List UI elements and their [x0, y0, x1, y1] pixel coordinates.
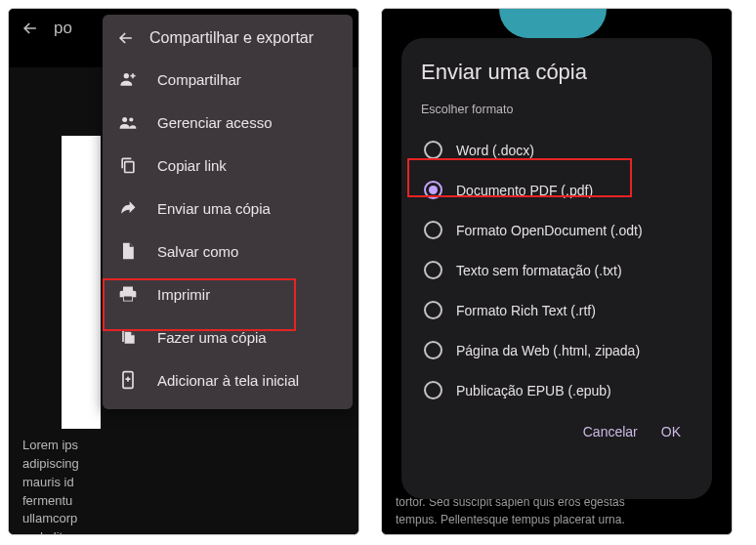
menu-item-send-copy[interactable]: Enviar uma cópia	[103, 187, 353, 230]
print-icon	[118, 284, 140, 304]
menu-item-label: Compartilhar	[157, 71, 241, 88]
menu-header: Compartilhar e exportar	[103, 22, 353, 58]
radio-label: Formato Rich Text (.rtf)	[456, 303, 596, 318]
dialog-actions: Cancelar OK	[421, 410, 693, 443]
file-copy-icon	[118, 327, 140, 347]
radio-option-rtf[interactable]: Formato Rich Text (.rtf)	[421, 290, 693, 330]
radio-option-epub[interactable]: Publicação EPUB (.epub)	[421, 370, 693, 410]
menu-item-share[interactable]: Compartilhar	[103, 58, 353, 101]
document-lorem-text: tortor. Sed suscipit sapien quis eros eg…	[396, 494, 718, 528]
radio-label: Formato OpenDocument (.odt)	[456, 223, 643, 238]
svg-rect-3	[125, 162, 134, 173]
ok-button[interactable]: OK	[661, 424, 681, 440]
menu-back-icon[interactable]	[116, 28, 136, 48]
menu-item-label: Gerenciar acesso	[157, 114, 273, 131]
copy-icon	[118, 155, 140, 175]
svg-point-1	[122, 117, 127, 122]
radio-icon	[424, 341, 442, 359]
phone-right-screenshot: tortor. Sed suscipit sapien quis eros eg…	[381, 8, 733, 535]
radio-label: Documento PDF (.pdf)	[456, 183, 593, 198]
send-icon	[118, 198, 140, 218]
menu-item-label: Enviar uma cópia	[157, 200, 271, 217]
menu-item-print[interactable]: Imprimir	[103, 272, 353, 315]
radio-icon	[424, 261, 442, 279]
radio-icon	[424, 181, 442, 199]
svg-point-0	[124, 73, 129, 78]
menu-item-make-copy[interactable]: Fazer uma cópia	[103, 315, 353, 358]
radio-icon	[424, 141, 442, 159]
svg-rect-4	[124, 297, 132, 301]
menu-item-label: Fazer uma cópia	[157, 329, 267, 346]
send-copy-dialog: Enviar uma cópia Escolher formato Word (…	[401, 38, 712, 499]
group-icon	[118, 112, 140, 132]
person-add-icon	[118, 69, 140, 89]
back-icon[interactable]	[21, 19, 40, 38]
document-page-fragment	[62, 136, 101, 429]
radio-option-pdf[interactable]: Documento PDF (.pdf)	[421, 170, 693, 210]
menu-title: Compartilhar e exportar	[149, 28, 314, 47]
menu-item-copy-link[interactable]: Copiar link	[103, 144, 353, 187]
menu-item-label: Imprimir	[157, 286, 210, 303]
cancel-button[interactable]: Cancelar	[583, 424, 638, 440]
menu-item-manage-access[interactable]: Gerenciar acesso	[103, 101, 353, 144]
share-export-menu: Compartilhar e exportar Compartilhar Ger…	[103, 15, 353, 409]
radio-label: Word (.docx)	[456, 143, 534, 158]
radio-icon	[424, 301, 442, 319]
radio-option-txt[interactable]: Texto sem formatação (.txt)	[421, 250, 693, 290]
phone-left-screenshot: po Lorem ips adipiscing mauris id fermen…	[8, 8, 359, 535]
radio-label: Texto sem formatação (.txt)	[456, 263, 622, 278]
radio-icon	[424, 381, 442, 399]
menu-item-add-to-home[interactable]: Adicionar à tela inicial	[103, 358, 353, 401]
dialog-subtitle: Escolher formato	[421, 103, 693, 116]
dialog-title: Enviar uma cópia	[421, 60, 693, 85]
radio-icon	[424, 221, 442, 239]
radio-option-odt[interactable]: Formato OpenDocument (.odt)	[421, 210, 693, 250]
radio-option-docx[interactable]: Word (.docx)	[421, 130, 693, 170]
svg-point-2	[129, 117, 133, 121]
topbar-title-partial: po	[54, 19, 72, 38]
file-icon	[118, 241, 140, 261]
menu-item-label: Salvar como	[157, 243, 238, 260]
radio-label: Publicação EPUB (.epub)	[456, 383, 611, 398]
teal-shape-icon	[499, 9, 607, 38]
document-lorem-text: Lorem ips adipiscing mauris id fermentu …	[22, 437, 345, 535]
radio-label: Página da Web (.html, zipada)	[456, 343, 640, 358]
menu-item-label: Adicionar à tela inicial	[157, 372, 299, 389]
menu-item-label: Copiar link	[157, 157, 227, 174]
radio-option-html[interactable]: Página da Web (.html, zipada)	[421, 330, 693, 370]
add-home-icon	[118, 370, 140, 390]
menu-item-save-as[interactable]: Salvar como	[103, 230, 353, 272]
